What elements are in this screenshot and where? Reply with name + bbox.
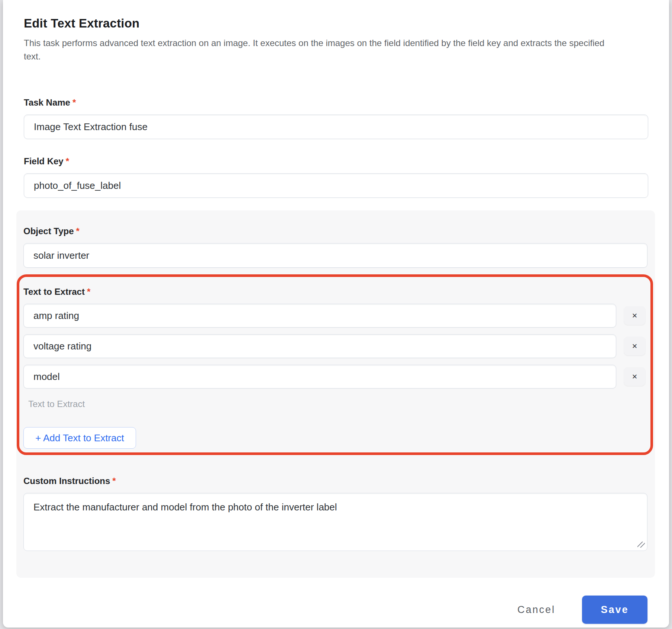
custom-instructions-label-text: Custom Instructions <box>23 476 110 486</box>
close-icon: × <box>632 310 637 321</box>
remove-text-button[interactable]: × <box>624 367 645 386</box>
edit-text-extraction-dialog: Edit Text Extraction This task performs … <box>3 0 669 628</box>
page-title: Edit Text Extraction <box>24 16 648 30</box>
text-to-extract-row: × <box>23 304 645 328</box>
text-to-extract-helper: Text to Extract <box>28 399 645 409</box>
text-to-extract-row: × <box>23 334 645 358</box>
custom-instructions-field-group: Custom Instructions* Extract the manufac… <box>23 476 647 551</box>
resize-handle-icon[interactable] <box>637 542 645 548</box>
text-to-extract-label: Text to Extract* <box>23 287 645 297</box>
field-key-field-group: Field Key* <box>24 156 648 198</box>
task-name-label-text: Task Name <box>24 97 70 108</box>
object-type-field-group: Object Type* <box>23 226 647 268</box>
text-to-extract-input[interactable] <box>23 365 616 388</box>
add-text-button[interactable]: + Add Text to Extract <box>23 427 136 449</box>
object-type-label: Object Type* <box>23 226 647 236</box>
field-key-input[interactable] <box>24 173 648 198</box>
text-to-extract-list: × × × <box>23 304 645 388</box>
annotation-highlight-box: Text to Extract* × × <box>17 274 653 455</box>
field-key-label: Field Key* <box>24 156 648 167</box>
cancel-button[interactable]: Cancel <box>517 604 555 616</box>
object-type-input[interactable] <box>23 243 647 268</box>
custom-instructions-label: Custom Instructions* <box>23 476 647 486</box>
custom-instructions-wrap: Extract the manufacturer and model from … <box>23 493 647 551</box>
required-asterisk: * <box>87 287 90 297</box>
text-to-extract-row: × <box>23 365 645 388</box>
required-asterisk: * <box>66 156 69 167</box>
task-name-field-group: Task Name* <box>24 97 648 139</box>
save-button[interactable]: Save <box>582 596 647 624</box>
text-to-extract-input[interactable] <box>23 334 616 358</box>
custom-instructions-textarea[interactable]: Extract the manufacturer and model from … <box>23 493 647 551</box>
field-key-label-text: Field Key <box>24 156 64 167</box>
task-name-input[interactable] <box>24 114 648 139</box>
close-icon: × <box>632 341 637 351</box>
close-icon: × <box>632 371 637 382</box>
object-type-label-text: Object Type <box>23 226 74 236</box>
text-to-extract-input[interactable] <box>23 304 616 328</box>
required-asterisk: * <box>76 226 80 236</box>
text-to-extract-label-text: Text to Extract <box>23 287 85 297</box>
remove-text-button[interactable]: × <box>624 337 645 355</box>
required-asterisk: * <box>112 476 116 486</box>
required-asterisk: * <box>72 97 76 108</box>
remove-text-button[interactable]: × <box>624 306 645 325</box>
task-name-label: Task Name* <box>24 97 648 108</box>
dialog-footer: Cancel Save <box>25 596 647 624</box>
form-section-panel: Object Type* Text to Extract* × × <box>16 210 655 578</box>
dialog-description: This task performs advanced text extract… <box>24 36 615 63</box>
